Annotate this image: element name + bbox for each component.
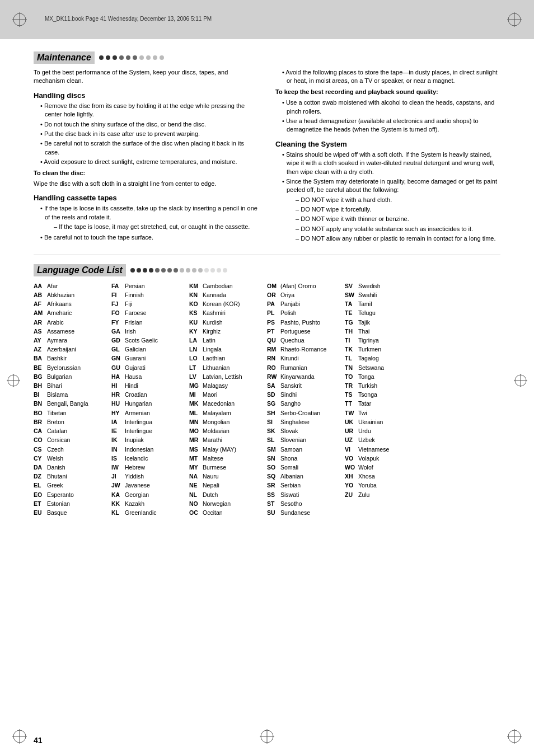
lang-code: XH: [345, 472, 356, 481]
lang-entry: STSesotho: [267, 500, 345, 508]
lang-entry: UZUzbek: [345, 436, 423, 444]
lang-entry: CSCzech: [34, 445, 111, 454]
dot: [153, 55, 157, 60]
lang-code: SW: [345, 291, 356, 299]
lang-entry: YOYoruba: [345, 481, 423, 490]
lang-code: OC: [189, 509, 200, 517]
sub-list-item: DO NOT apply any volatile substance such…: [296, 225, 500, 233]
lang-code: PL: [267, 309, 278, 317]
lang-code: AY: [34, 336, 45, 345]
lang-code: DZ: [34, 472, 45, 481]
lang-entry: MOMoldavian: [189, 427, 267, 435]
lang-code: NL: [189, 491, 200, 499]
lang-entry: MLMalayalam: [189, 409, 267, 417]
lang-entry: SKSlovak: [267, 427, 345, 435]
reg-mark-header-right: [507, 12, 522, 27]
separator: [34, 255, 500, 255]
lang-code: GU: [111, 364, 123, 372]
lang-name: Galician: [125, 345, 146, 354]
lang-code: GN: [111, 354, 123, 363]
dot: [161, 268, 166, 273]
lang-name: Setswana: [358, 364, 384, 372]
lang-name: Bengali, Bangla: [47, 400, 88, 408]
lang-entry: VOVolapuk: [345, 454, 423, 463]
lang-name: Samoan: [280, 445, 302, 454]
lang-entry: MNMongolian: [189, 418, 267, 426]
lang-code: TA: [345, 300, 356, 308]
lang-code: BN: [34, 400, 45, 408]
lang-entry: KLGreenlandic: [111, 509, 189, 517]
lang-code: TW: [345, 409, 356, 417]
lang-code: BH: [34, 382, 45, 390]
lang-name: Slovenian: [280, 436, 306, 444]
lang-code: HA: [111, 373, 123, 381]
sub-list-item: DO NOT wipe it with a hard cloth.: [296, 196, 500, 204]
reg-mark-mid-right: [514, 374, 527, 387]
lang-entry: HUHungarian: [111, 400, 189, 408]
lang-column: SVSwedishSWSwahiliTATamilTETeluguTGTajik…: [345, 282, 423, 518]
maintenance-heading: Maintenance: [34, 51, 500, 64]
lang-name: Croatian: [125, 391, 147, 399]
lang-name: Irish: [125, 327, 136, 336]
lang-entry: TITigrinya: [345, 336, 423, 345]
lang-entry: KAGeorgian: [111, 491, 189, 499]
cleaning-system-heading: Cleaning the System: [275, 140, 500, 148]
lang-name: Korean (KOR): [203, 300, 240, 308]
lang-entry: EOEsperanto: [34, 491, 111, 499]
lang-name: Swedish: [358, 282, 381, 290]
lang-name: Breton: [47, 418, 64, 426]
lang-name: Basque: [47, 509, 67, 517]
lang-name: Greek: [47, 481, 63, 490]
lang-code: LV: [189, 373, 200, 381]
lang-name: Arabic: [47, 318, 64, 327]
lang-entry: LOLaothian: [189, 354, 267, 363]
lang-code: BO: [34, 409, 45, 417]
dot: [149, 268, 153, 273]
list-item: Be careful not to touch the tape surface…: [40, 233, 259, 242]
lang-entry: AYAymara: [34, 336, 111, 345]
lang-name: Nepali: [203, 481, 219, 490]
lang-name: Latin: [203, 336, 216, 345]
lang-entry: RORumanian: [267, 364, 345, 372]
lang-name: Kirundi: [280, 354, 299, 363]
list-item: Remove the disc from its case by holding…: [40, 102, 259, 119]
lang-name: Polish: [280, 309, 297, 317]
lang-entry: GAIrish: [111, 327, 189, 336]
lang-code: BA: [34, 354, 45, 363]
lang-code: JW: [111, 481, 123, 490]
lang-code: MK: [189, 400, 200, 408]
lang-entry: SISinghalese: [267, 418, 345, 426]
reg-mark-mid-left: [7, 374, 20, 387]
lang-column: OM(Afan) OromoOROriyaPAPanjabiPLPolishPS…: [267, 282, 345, 518]
maintenance-content: To get the best performance of the Syste…: [34, 68, 500, 246]
lang-code: IW: [111, 463, 123, 472]
dot: [198, 268, 203, 273]
lang-entry: SHSerbo-Croatian: [267, 409, 345, 417]
lang-name: Armenian: [125, 409, 150, 417]
lang-name: (Afan) Oromo: [280, 282, 316, 290]
lang-name: Turkmen: [358, 345, 381, 354]
lang-entry: BGBulgarian: [34, 373, 111, 381]
lang-name: Latvian, Lettish: [203, 373, 242, 381]
lang-entry: MKMacedonian: [189, 400, 267, 408]
lang-name: Icelandic: [125, 454, 148, 463]
lang-code: FI: [111, 291, 123, 299]
lang-code: ET: [34, 500, 45, 508]
dot: [133, 55, 137, 60]
lang-name: Moldavian: [203, 427, 229, 435]
clean-disc-label: To clean the disc:: [34, 169, 259, 177]
lang-name: Norwegian: [203, 500, 231, 508]
lang-name: Rhaeto-Romance: [280, 345, 326, 354]
lang-name: Somali: [280, 463, 298, 472]
lang-entry: RMRhaeto-Romance: [267, 345, 345, 354]
maintenance-intro: To get the best performance of the Syste…: [34, 68, 259, 86]
lang-code: AR: [34, 318, 45, 327]
lang-code: IS: [111, 454, 123, 463]
lang-name: Interlingua: [125, 418, 152, 426]
sub-list-item: DO NOT wipe it forcefully.: [296, 205, 500, 214]
best-recording-label: To keep the best recording and playback …: [275, 88, 500, 96]
lang-code: SA: [267, 382, 278, 390]
lang-name: Urdu: [358, 427, 371, 435]
lang-code: SQ: [267, 472, 278, 481]
lang-code: CY: [34, 454, 45, 463]
